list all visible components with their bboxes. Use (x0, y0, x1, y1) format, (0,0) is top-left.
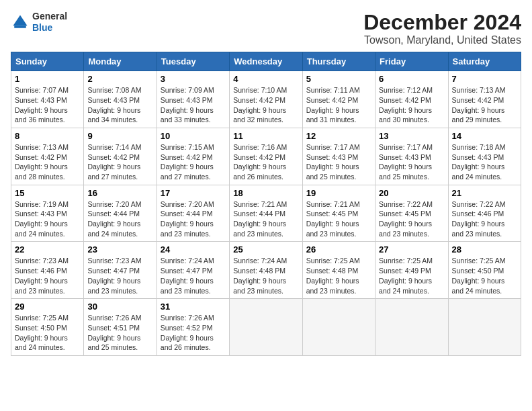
day-number: 21 (452, 188, 517, 198)
sunset-label: Sunset: 4:46 PM (452, 210, 504, 218)
calendar-cell: 21 Sunrise: 7:22 AM Sunset: 4:46 PM Dayl… (448, 185, 521, 242)
col-thursday: Thursday (302, 52, 375, 71)
calendar-cell: 3 Sunrise: 7:09 AM Sunset: 4:43 PM Dayli… (157, 71, 229, 128)
day-info: Sunrise: 7:22 AM Sunset: 4:46 PM Dayligh… (452, 199, 517, 239)
sunset-label: Sunset: 4:43 PM (379, 153, 431, 161)
daylight-label: Daylight: 9 hours and 31 minutes. (306, 106, 359, 124)
day-info: Sunrise: 7:25 AM Sunset: 4:48 PM Dayligh… (306, 256, 371, 295)
calendar-cell: 15 Sunrise: 7:19 AM Sunset: 4:43 PM Dayl… (11, 185, 84, 242)
day-info: Sunrise: 7:17 AM Sunset: 4:43 PM Dayligh… (379, 142, 444, 182)
calendar-cell (375, 299, 448, 356)
day-number: 20 (379, 188, 444, 198)
daylight-label: Daylight: 9 hours and 24 minutes. (452, 163, 505, 181)
sunrise-label: Sunrise: 7:21 AM (233, 200, 287, 208)
sunrise-label: Sunrise: 7:19 AM (15, 200, 69, 208)
sunrise-label: Sunrise: 7:09 AM (161, 86, 214, 94)
sunset-label: Sunset: 4:43 PM (161, 96, 213, 104)
day-info: Sunrise: 7:14 AM Sunset: 4:42 PM Dayligh… (87, 142, 152, 182)
daylight-label: Daylight: 9 hours and 23 minutes. (379, 220, 432, 238)
sunrise-label: Sunrise: 7:24 AM (161, 257, 214, 265)
calendar-cell: 19 Sunrise: 7:21 AM Sunset: 4:45 PM Dayl… (302, 185, 375, 242)
sunset-label: Sunset: 4:42 PM (379, 96, 431, 104)
day-info: Sunrise: 7:20 AM Sunset: 4:44 PM Dayligh… (161, 199, 226, 239)
day-number: 23 (87, 244, 152, 255)
calendar-week-2: 8 Sunrise: 7:13 AM Sunset: 4:42 PM Dayli… (11, 128, 521, 185)
sunset-label: Sunset: 4:48 PM (233, 267, 285, 275)
calendar-cell: 7 Sunrise: 7:13 AM Sunset: 4:42 PM Dayli… (448, 71, 521, 128)
calendar-week-1: 1 Sunrise: 7:07 AM Sunset: 4:43 PM Dayli… (11, 71, 521, 128)
calendar-cell: 12 Sunrise: 7:17 AM Sunset: 4:43 PM Dayl… (302, 128, 375, 185)
sunrise-label: Sunrise: 7:17 AM (379, 143, 433, 151)
sunrise-label: Sunrise: 7:20 AM (161, 200, 214, 208)
calendar-week-5: 29 Sunrise: 7:25 AM Sunset: 4:50 PM Dayl… (11, 299, 521, 356)
calendar-cell: 10 Sunrise: 7:15 AM Sunset: 4:42 PM Dayl… (157, 128, 229, 185)
day-number: 2 (87, 74, 152, 84)
sunrise-label: Sunrise: 7:13 AM (452, 86, 506, 94)
calendar-cell: 14 Sunrise: 7:18 AM Sunset: 4:43 PM Dayl… (448, 128, 521, 185)
day-number: 15 (15, 188, 80, 198)
day-info: Sunrise: 7:24 AM Sunset: 4:48 PM Dayligh… (233, 256, 298, 295)
col-tuesday: Tuesday (157, 52, 229, 71)
daylight-label: Daylight: 9 hours and 32 minutes. (233, 106, 286, 124)
calendar-cell: 24 Sunrise: 7:24 AM Sunset: 4:47 PM Dayl… (157, 242, 229, 299)
day-number: 8 (15, 131, 80, 141)
daylight-label: Daylight: 9 hours and 23 minutes. (15, 277, 68, 295)
sunrise-label: Sunrise: 7:17 AM (306, 143, 360, 151)
day-info: Sunrise: 7:19 AM Sunset: 4:43 PM Dayligh… (15, 199, 80, 239)
sunrise-label: Sunrise: 7:24 AM (233, 257, 287, 265)
sunset-label: Sunset: 4:50 PM (15, 324, 67, 332)
daylight-label: Daylight: 9 hours and 23 minutes. (161, 220, 214, 238)
calendar-cell: 31 Sunrise: 7:26 AM Sunset: 4:52 PM Dayl… (157, 299, 229, 356)
day-number: 29 (15, 302, 80, 312)
sunset-label: Sunset: 4:48 PM (306, 267, 359, 275)
sunset-label: Sunset: 4:42 PM (233, 153, 285, 161)
day-number: 27 (379, 244, 444, 255)
sunset-label: Sunset: 4:47 PM (87, 267, 140, 275)
day-info: Sunrise: 7:22 AM Sunset: 4:45 PM Dayligh… (379, 199, 444, 239)
day-number: 10 (161, 131, 226, 141)
daylight-label: Daylight: 9 hours and 23 minutes. (87, 277, 140, 295)
sunset-label: Sunset: 4:47 PM (161, 267, 213, 275)
calendar-cell (448, 299, 521, 356)
day-info: Sunrise: 7:21 AM Sunset: 4:45 PM Dayligh… (306, 199, 371, 239)
svg-marker-0 (13, 15, 28, 26)
logo-text: General Blue (32, 11, 67, 34)
day-info: Sunrise: 7:21 AM Sunset: 4:44 PM Dayligh… (233, 199, 298, 239)
day-number: 13 (379, 131, 444, 141)
sunrise-label: Sunrise: 7:07 AM (15, 86, 69, 94)
sunrise-label: Sunrise: 7:26 AM (87, 314, 141, 322)
sunrise-label: Sunrise: 7:25 AM (452, 257, 506, 265)
daylight-label: Daylight: 9 hours and 30 minutes. (379, 106, 432, 124)
sunrise-label: Sunrise: 7:12 AM (379, 86, 433, 94)
sunrise-label: Sunrise: 7:16 AM (233, 143, 287, 151)
day-info: Sunrise: 7:23 AM Sunset: 4:47 PM Dayligh… (87, 256, 152, 295)
daylight-label: Daylight: 9 hours and 23 minutes. (452, 220, 505, 238)
calendar-subtitle: Towson, Maryland, United States (363, 34, 521, 46)
day-number: 31 (161, 302, 226, 312)
daylight-label: Daylight: 9 hours and 24 minutes. (15, 220, 68, 238)
calendar-cell: 20 Sunrise: 7:22 AM Sunset: 4:45 PM Dayl… (375, 185, 448, 242)
calendar-cell: 4 Sunrise: 7:10 AM Sunset: 4:42 PM Dayli… (230, 71, 302, 128)
sunrise-label: Sunrise: 7:26 AM (161, 314, 214, 322)
sunrise-label: Sunrise: 7:22 AM (379, 200, 433, 208)
day-number: 28 (452, 244, 517, 255)
daylight-label: Daylight: 9 hours and 27 minutes. (87, 163, 140, 181)
col-wednesday: Wednesday (230, 52, 302, 71)
day-number: 19 (306, 188, 371, 198)
day-info: Sunrise: 7:15 AM Sunset: 4:42 PM Dayligh… (161, 142, 226, 182)
sunset-label: Sunset: 4:46 PM (15, 267, 67, 275)
calendar-cell: 27 Sunrise: 7:25 AM Sunset: 4:49 PM Dayl… (375, 242, 448, 299)
day-number: 17 (161, 188, 226, 198)
day-info: Sunrise: 7:26 AM Sunset: 4:51 PM Dayligh… (87, 313, 152, 353)
title-area: December 2024 Towson, Maryland, United S… (363, 11, 521, 46)
sunrise-label: Sunrise: 7:08 AM (87, 86, 141, 94)
day-info: Sunrise: 7:25 AM Sunset: 4:50 PM Dayligh… (452, 256, 517, 295)
day-number: 3 (161, 74, 226, 84)
sunset-label: Sunset: 4:44 PM (87, 210, 140, 218)
day-info: Sunrise: 7:13 AM Sunset: 4:42 PM Dayligh… (452, 85, 517, 125)
sunset-label: Sunset: 4:43 PM (452, 153, 504, 161)
sunset-label: Sunset: 4:44 PM (161, 210, 213, 218)
calendar-cell: 16 Sunrise: 7:20 AM Sunset: 4:44 PM Dayl… (84, 185, 157, 242)
svg-rect-1 (14, 26, 26, 28)
day-number: 24 (161, 244, 226, 255)
